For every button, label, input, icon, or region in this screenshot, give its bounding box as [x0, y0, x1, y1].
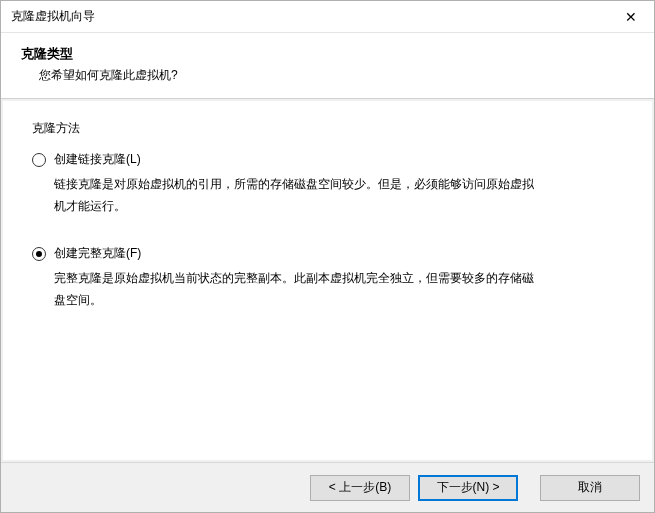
- radio-label-full: 创建完整克隆(F): [54, 245, 141, 262]
- wizard-heading: 克隆类型: [21, 45, 634, 63]
- close-icon: ✕: [625, 9, 637, 25]
- option-desc-full: 完整克隆是原始虚拟机当前状态的完整副本。此副本虚拟机完全独立，但需要较多的存储磁…: [32, 268, 552, 311]
- wizard-header: 克隆类型 您希望如何克隆此虚拟机?: [1, 33, 654, 98]
- back-button[interactable]: < 上一步(B): [310, 475, 410, 501]
- option-desc-linked: 链接克隆是对原始虚拟机的引用，所需的存储磁盘空间较少。但是，必须能够访问原始虚拟…: [32, 174, 552, 217]
- next-button-label: 下一步(N) >: [437, 479, 500, 496]
- close-button[interactable]: ✕: [608, 1, 654, 32]
- radio-row-linked[interactable]: 创建链接克隆(L): [32, 151, 623, 168]
- back-button-label: < 上一步(B): [329, 479, 391, 496]
- wizard-footer: < 上一步(B) 下一步(N) > 取消: [1, 462, 654, 512]
- wizard-window: 克隆虚拟机向导 ✕ 克隆类型 您希望如何克隆此虚拟机? 克隆方法 创建链接克隆(…: [0, 0, 655, 513]
- cancel-button[interactable]: 取消: [540, 475, 640, 501]
- cancel-button-label: 取消: [578, 479, 602, 496]
- option-linked-clone: 创建链接克隆(L) 链接克隆是对原始虚拟机的引用，所需的存储磁盘空间较少。但是，…: [32, 151, 623, 217]
- radio-label-linked: 创建链接克隆(L): [54, 151, 141, 168]
- radio-icon: [32, 247, 46, 261]
- content-wrap: 克隆方法 创建链接克隆(L) 链接克隆是对原始虚拟机的引用，所需的存储磁盘空间较…: [1, 98, 654, 462]
- radio-row-full[interactable]: 创建完整克隆(F): [32, 245, 623, 262]
- radio-icon: [32, 153, 46, 167]
- wizard-subheading: 您希望如何克隆此虚拟机?: [21, 67, 634, 84]
- titlebar: 克隆虚拟机向导 ✕: [1, 1, 654, 33]
- content: 克隆方法 创建链接克隆(L) 链接克隆是对原始虚拟机的引用，所需的存储磁盘空间较…: [3, 101, 652, 460]
- section-label: 克隆方法: [32, 120, 623, 137]
- option-full-clone: 创建完整克隆(F) 完整克隆是原始虚拟机当前状态的完整副本。此副本虚拟机完全独立…: [32, 245, 623, 311]
- next-button[interactable]: 下一步(N) >: [418, 475, 518, 501]
- window-title: 克隆虚拟机向导: [11, 8, 608, 25]
